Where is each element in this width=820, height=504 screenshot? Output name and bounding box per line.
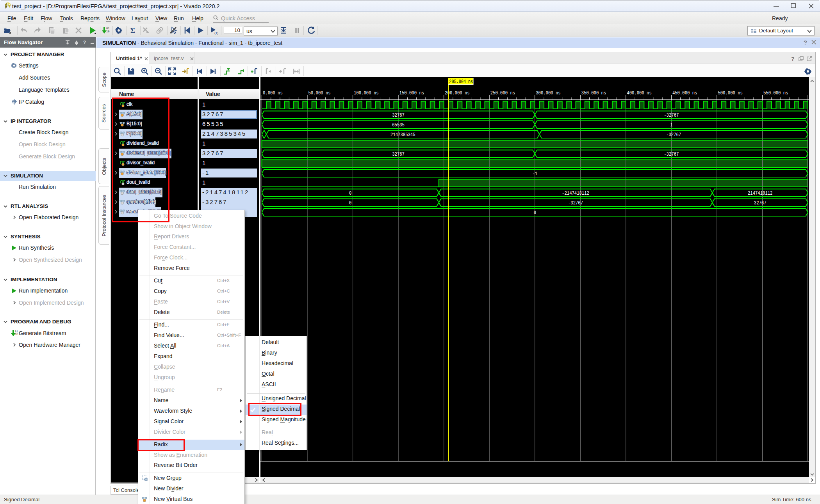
svg-text:0: 0 (349, 201, 351, 206)
svg-text:?: ? (83, 40, 86, 45)
svg-text:0: 0 (349, 191, 351, 196)
svg-text:-32767: -32767 (666, 132, 681, 138)
svg-text:32767: 32767 (754, 201, 767, 206)
svg-text:150.000 ns: 150.000 ns (399, 91, 424, 96)
svg-text:300.000 ns: 300.000 ns (536, 91, 561, 96)
svg-text:250.000 ns: 250.000 ns (490, 91, 515, 96)
svg-text:0.000 ns: 0.000 ns (263, 91, 283, 96)
svg-text:10: 10 (106, 30, 109, 33)
svg-text:500.000 ns: 500.000 ns (718, 91, 743, 96)
svg-text:65535: 65535 (392, 122, 405, 128)
svg-text:100.000 ns: 100.000 ns (354, 91, 379, 96)
svg-text:01: 01 (106, 27, 109, 30)
svg-text:-32767: -32767 (664, 152, 679, 157)
svg-text:10: 10 (15, 333, 18, 336)
svg-text:01: 01 (15, 330, 18, 333)
svg-text:450.000 ns: 450.000 ns (672, 91, 697, 96)
svg-text:350.000 ns: 350.000 ns (581, 91, 606, 96)
svg-text:-32767: -32767 (664, 113, 679, 118)
svg-text:Σ: Σ (130, 27, 135, 35)
svg-text:0: 0 (534, 210, 536, 216)
svg-text:-32767: -32767 (568, 201, 583, 206)
svg-text:1: 1 (670, 122, 672, 128)
svg-text:(T): (T) (214, 31, 219, 35)
svg-text:32767: 32767 (392, 152, 405, 157)
svg-text:-2147418112: -2147418112 (562, 191, 589, 196)
svg-text:50.000 ns: 50.000 ns (308, 91, 331, 96)
svg-text:550.000 ns: 550.000 ns (763, 91, 788, 96)
svg-text:2147418112: 2147418112 (748, 191, 773, 196)
svg-text:400.000 ns: 400.000 ns (627, 91, 652, 96)
svg-text:2147385345: 2147385345 (390, 132, 415, 138)
svg-text:205.004 ns: 205.004 ns (449, 79, 473, 85)
svg-text:-1: -1 (532, 171, 537, 177)
svg-text:32767: 32767 (392, 113, 405, 118)
